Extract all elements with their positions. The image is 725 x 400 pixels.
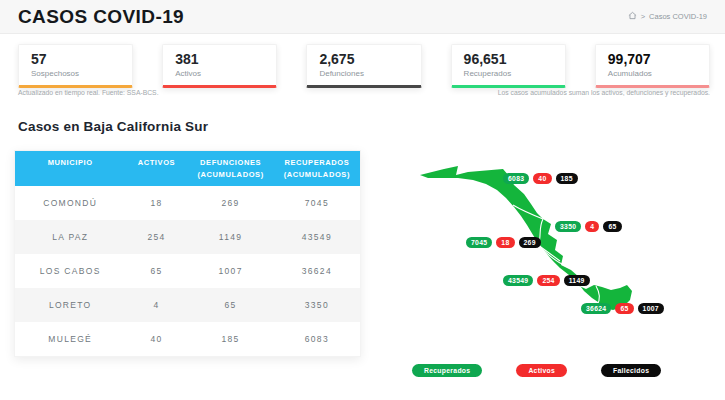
badge-recuperados: 7045	[466, 237, 492, 248]
stat-value: 96,651	[464, 51, 553, 67]
breadcrumb-current: Casos COVID-19	[649, 12, 707, 21]
stat-label: Acumulados	[608, 69, 697, 78]
bcs-map-shape	[400, 133, 720, 363]
cell-municipio: LOS CABOS	[15, 266, 125, 276]
cell-activos: 40	[125, 334, 187, 344]
column-header-defunciones: DEFUNCIONES (ACUMULADOS)	[187, 157, 273, 181]
map-badges-loreto: 3350 4 65	[555, 221, 622, 232]
stat-value: 2,675	[319, 51, 408, 67]
map-badges-loscabos: 36624 65 1007	[581, 303, 664, 314]
cell-activos: 4	[125, 300, 187, 310]
column-header-recuperados: RECUPERADOS (ACUMULADOS)	[274, 157, 360, 181]
badge-activos: 254	[537, 275, 559, 286]
stat-card-recuperados: 96,651 Recuperados	[451, 44, 566, 88]
badge-recuperados: 36624	[581, 303, 611, 314]
legend-fallecidos-pill[interactable]: Fallecidos	[601, 364, 661, 377]
badge-recuperados: 6083	[503, 173, 529, 184]
cell-defunciones: 185	[187, 334, 273, 344]
badge-recuperados: 43549	[503, 275, 533, 286]
stat-card-activos: 381 Activos	[162, 44, 277, 88]
cell-municipio: LORETO	[15, 300, 125, 310]
stat-value: 381	[175, 51, 264, 67]
stat-label: Sospechosos	[31, 69, 120, 78]
stat-value: 57	[31, 51, 120, 67]
badge-activos: 65	[615, 303, 633, 314]
cell-defunciones: 269	[187, 198, 273, 208]
cell-municipio: LA PAZ	[15, 232, 125, 242]
table-row: LORETO 4 65 3350	[15, 288, 360, 322]
bcs-state-map: 6083 40 185 3350 4 65 7045 18 269 43549 …	[400, 133, 720, 363]
map-badges-mulege: 6083 40 185	[503, 173, 578, 184]
municipality-table: MUNICIPIO ACTIVOS DEFUNCIONES (ACUMULADO…	[14, 150, 361, 357]
cell-activos: 65	[125, 266, 187, 276]
map-badges-comondu: 7045 18 269	[466, 237, 541, 248]
cell-municipio: MULEGÉ	[15, 334, 125, 344]
badge-fallecidos: 1007	[638, 303, 664, 314]
breadcrumb-separator: >	[641, 12, 645, 21]
accumulated-note: Los casos acumulados suman los activos, …	[498, 89, 710, 96]
stat-card-sospechosos: 57 Sospechosos	[18, 44, 133, 88]
table-row: LA PAZ 254 1149 43549	[15, 220, 360, 254]
column-header-activos: ACTIVOS	[125, 157, 187, 181]
top-bar: CASOS COVID-19 > Casos COVID-19	[0, 0, 725, 34]
cell-recuperados: 43549	[274, 232, 360, 242]
cell-defunciones: 1007	[187, 266, 273, 276]
badge-activos: 4	[585, 221, 599, 232]
legend-activos-pill[interactable]: Activos	[516, 364, 567, 377]
cell-municipio: COMONDÚ	[15, 198, 125, 208]
badge-activos: 40	[533, 173, 551, 184]
legend-recuperados-pill[interactable]: Recuperados	[412, 364, 482, 377]
stat-label: Activos	[175, 69, 264, 78]
stat-label: Defunciones	[319, 69, 408, 78]
badge-fallecidos: 269	[519, 237, 541, 248]
column-header-municipio: MUNICIPIO	[15, 157, 125, 181]
breadcrumb: > Casos COVID-19	[628, 11, 707, 22]
home-icon	[628, 11, 637, 22]
badge-recuperados: 3350	[555, 221, 581, 232]
stat-value: 99,707	[608, 51, 697, 67]
notes-row: Actualizado en tiempo real. Fuente: SSA-…	[18, 89, 710, 96]
cell-activos: 254	[125, 232, 187, 242]
badge-fallecidos: 185	[556, 173, 578, 184]
cell-recuperados: 6083	[274, 334, 360, 344]
map-badges-lapaz: 43549 254 1149	[503, 275, 590, 286]
cell-defunciones: 65	[187, 300, 273, 310]
stat-label: Recuperados	[464, 69, 553, 78]
badge-fallecidos: 65	[603, 221, 621, 232]
cell-defunciones: 1149	[187, 232, 273, 242]
page-title: CASOS COVID-19	[18, 6, 184, 28]
update-note: Actualizado en tiempo real. Fuente: SSA-…	[18, 89, 159, 96]
badge-activos: 18	[496, 237, 514, 248]
table-header: MUNICIPIO ACTIVOS DEFUNCIONES (ACUMULADO…	[15, 151, 360, 186]
cell-activos: 18	[125, 198, 187, 208]
stat-card-acumulados: 99,707 Acumulados	[595, 44, 710, 88]
stat-cards-row: 57 Sospechosos 381 Activos 2,675 Defunci…	[18, 44, 710, 88]
table-row: COMONDÚ 18 269 7045	[15, 186, 360, 220]
map-legend: Recuperados Activos Fallecidos	[412, 364, 661, 377]
breadcrumb-home-link[interactable]	[628, 11, 637, 22]
section-title: Casos en Baja California Sur	[18, 119, 208, 134]
stat-card-defunciones: 2,675 Defunciones	[306, 44, 421, 88]
table-row: MULEGÉ 40 185 6083	[15, 322, 360, 356]
badge-fallecidos: 1149	[564, 275, 590, 286]
cell-recuperados: 7045	[274, 198, 360, 208]
table-row: LOS CABOS 65 1007 36624	[15, 254, 360, 288]
cell-recuperados: 36624	[274, 266, 360, 276]
cell-recuperados: 3350	[274, 300, 360, 310]
